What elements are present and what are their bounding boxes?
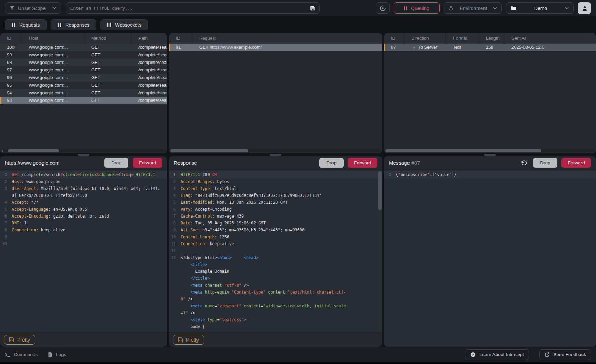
table-row[interactable]: 87→To ServerText1582025-08-05 12:0 xyxy=(384,44,596,51)
tab-label: Responses xyxy=(65,22,89,28)
line-number: 8 xyxy=(169,220,181,227)
code-line: 13<!doctype html><html> <head> xyxy=(169,254,382,261)
user-icon xyxy=(582,6,587,11)
commands-button[interactable]: Commands xyxy=(5,352,38,357)
pane-splitter[interactable] xyxy=(384,153,596,156)
environment-label: Environment xyxy=(457,6,490,11)
code-line: 4ETag: "84238dfc8092e5d9c0dac8ef93371a07… xyxy=(169,192,382,199)
table-cell: GET xyxy=(84,44,132,51)
logs-button[interactable]: Logs xyxy=(48,352,66,357)
pane-splitter[interactable] xyxy=(169,153,382,156)
table-row[interactable]: 100www.google.com:...GET/complete/search xyxy=(0,44,167,51)
column-header[interactable]: ID xyxy=(384,33,404,44)
tab-responses[interactable]: Responses xyxy=(51,19,96,30)
response-vertical-scrollbar[interactable] xyxy=(378,171,382,331)
scrollbar-thumb[interactable] xyxy=(8,149,59,152)
caido-logo-button[interactable] xyxy=(376,2,390,14)
messages-horizontal-scrollbar[interactable] xyxy=(385,149,595,152)
message-editor-code[interactable]: 1{"unsubscribe":["value"]} xyxy=(384,170,596,347)
table-row[interactable]: 99www.google.com:...GET/complete/search xyxy=(0,51,167,59)
line-number: 6 xyxy=(169,206,181,213)
column-header[interactable]: Sent At xyxy=(504,33,596,44)
column-header[interactable]: Method xyxy=(84,33,132,44)
table-cell: www.google.com:... xyxy=(22,44,84,51)
line-number: 5 xyxy=(169,199,181,206)
tab-requests[interactable]: Requests xyxy=(5,19,47,30)
requests-horizontal-scrollbar[interactable] xyxy=(1,149,166,152)
column-header[interactable]: Request xyxy=(192,33,382,44)
column-header[interactable]: Length xyxy=(479,33,504,44)
table-cell: 99 xyxy=(0,51,22,59)
table-row[interactable]: 91GET https://www.example.com/ xyxy=(169,44,382,51)
forward-button[interactable]: Forward xyxy=(348,158,377,168)
request-editor-pane: https://www.google.com Drop Forward 1GET… xyxy=(0,156,167,347)
line-number: 10 xyxy=(0,240,12,247)
table-row[interactable]: 94www.google.com:...GET/complete/search xyxy=(0,89,167,97)
forward-button[interactable]: Forward xyxy=(133,158,162,168)
table-cell: /complete/search xyxy=(132,74,167,82)
code-line: <style type="text/css"> xyxy=(169,316,382,323)
undo-button[interactable] xyxy=(521,160,527,166)
httpql-query-input[interactable] xyxy=(70,6,307,11)
scroll-left-arrow-icon[interactable] xyxy=(1,150,3,152)
queue-horizontal-scrollbar[interactable] xyxy=(170,149,381,152)
tab-websockets[interactable]: Websockets xyxy=(100,19,148,30)
table-row[interactable]: 98www.google.com:...GET/complete/search xyxy=(0,59,167,66)
table-row[interactable]: 93www.google.com:...GET/complete/search xyxy=(0,97,167,104)
learn-about-intercept-button[interactable]: Learn About Intercept xyxy=(465,349,529,360)
file-code-icon xyxy=(178,337,183,342)
scrollbar-thumb[interactable] xyxy=(170,149,248,152)
message-editor-header: Message #87 Drop Forward xyxy=(384,156,596,170)
pause-icon xyxy=(404,6,407,10)
table-cell: 95 xyxy=(0,82,22,89)
table-cell: 87 xyxy=(384,44,404,51)
table-body: 87→To ServerText1582025-08-05 12:0 xyxy=(384,44,596,51)
message-editor-pane: Message #87 Drop Forward 1{"unsubscribe"… xyxy=(384,156,596,347)
table-cell: 94 xyxy=(0,89,22,97)
table-row[interactable]: 97www.google.com:...GET/complete/search xyxy=(0,66,167,74)
pane-splitter[interactable] xyxy=(0,153,167,156)
code-line: <meta name="viewport" content="width=dev… xyxy=(169,303,382,309)
httpql-query-bar xyxy=(66,2,320,14)
user-avatar-button[interactable] xyxy=(578,2,591,14)
scope-selector[interactable]: Unset Scope xyxy=(5,2,61,14)
table-row[interactable]: 95www.google.com:...GET/complete/search xyxy=(0,82,167,89)
save-query-button[interactable] xyxy=(310,6,315,11)
pretty-toggle-button[interactable]: Pretty xyxy=(173,335,204,345)
table-body: 100www.google.com:...GET/complete/search… xyxy=(0,44,167,104)
drop-button[interactable]: Drop xyxy=(319,158,344,168)
column-header[interactable]: ID xyxy=(0,33,22,44)
request-editor-code[interactable]: 1GET /complete/search?client=firefox&cha… xyxy=(0,170,167,332)
code-line: 1HTTP/1.1 200 OK xyxy=(169,171,382,178)
pause-icon xyxy=(107,23,111,27)
send-feedback-button[interactable]: Send Feedback xyxy=(539,349,591,360)
queuing-button[interactable]: Queuing xyxy=(394,2,440,14)
flask-icon xyxy=(449,6,454,11)
drop-button[interactable]: Drop xyxy=(533,158,557,168)
drop-button[interactable]: Drop xyxy=(104,158,128,168)
line-number: 2 xyxy=(169,178,181,185)
scrollbar-thumb[interactable] xyxy=(378,171,382,210)
pause-icon xyxy=(58,23,61,27)
column-header[interactable]: ID xyxy=(169,33,192,44)
column-header[interactable]: Host xyxy=(22,33,84,44)
line-number xyxy=(169,289,181,296)
code-line: 7DNT: 1 xyxy=(0,220,167,227)
pretty-toggle-button[interactable]: Pretty xyxy=(4,335,35,345)
forward-button[interactable]: Forward xyxy=(561,158,591,168)
table-row[interactable]: 96www.google.com:...GET/complete/search xyxy=(0,74,167,82)
column-header[interactable]: Path xyxy=(132,33,167,44)
response-editor-code[interactable]: 1HTTP/1.1 200 OK2Accept-Ranges: bytes3Co… xyxy=(169,170,382,332)
line-number: 2 xyxy=(0,178,12,185)
table-cell: 91 xyxy=(169,44,192,51)
project-selector[interactable]: Demo xyxy=(506,2,574,14)
code-line: 12 xyxy=(169,247,382,254)
environment-selector[interactable]: Environment xyxy=(444,2,502,14)
messages-table: IDDirectionFormatLengthSent At87→To Serv… xyxy=(384,33,596,51)
code-line: =1" /> xyxy=(169,309,382,316)
column-header[interactable]: Format xyxy=(446,33,479,44)
column-header[interactable]: Direction xyxy=(404,33,446,44)
line-number xyxy=(169,296,181,303)
code-line: 8Date: Tue, 05 Aug 2025 19:06:02 GMT xyxy=(169,220,382,227)
scrollbar-thumb[interactable] xyxy=(385,149,541,152)
